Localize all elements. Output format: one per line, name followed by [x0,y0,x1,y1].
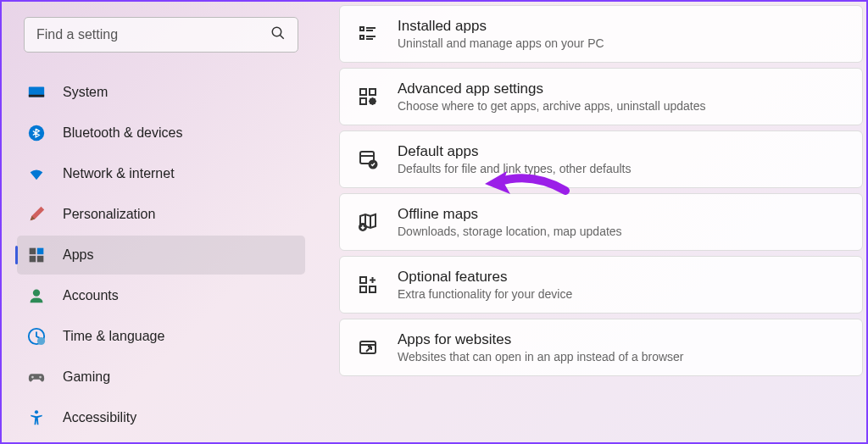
card-offline-maps[interactable]: Offline maps Downloads, storage location… [339,193,863,251]
svg-rect-32 [360,286,366,292]
nav-list: System Bluetooth & devices Network & int… [17,73,305,437]
sidebar-item-label: Personalization [63,207,155,222]
sidebar-item-apps[interactable]: Apps [17,236,305,275]
svg-rect-6 [37,248,44,255]
svg-rect-7 [30,256,36,263]
search-input[interactable] [36,27,270,42]
sidebar-item-accounts[interactable]: Accounts [17,276,305,315]
sidebar-item-system[interactable]: System [17,73,305,112]
card-desc: Uninstall and manage apps on your PC [398,36,604,50]
svg-rect-21 [360,89,366,95]
card-desc: Choose where to get apps, archive apps, … [398,99,705,113]
sidebar-item-label: System [63,85,108,100]
sidebar-item-gaming[interactable]: Gaming [17,358,305,397]
card-apps-for-websites[interactable]: Apps for websites Websites that can open… [339,319,863,376]
svg-rect-33 [370,286,376,292]
sidebar-item-personalization[interactable]: Personalization [17,195,305,234]
grid-plus-icon [357,274,379,296]
apps-icon [27,246,46,264]
card-desc: Websites that can open in an app instead… [398,350,684,364]
card-desc: Extra functionality for your device [398,287,572,301]
svg-point-0 [272,27,281,36]
card-installed-apps[interactable]: Installed apps Uninstall and manage apps… [339,5,863,63]
gamepad-icon [27,368,46,386]
accessibility-icon [27,408,46,427]
svg-point-12 [39,376,42,379]
svg-rect-5 [30,248,36,255]
svg-point-14 [35,410,38,413]
search-box[interactable] [24,17,298,53]
svg-rect-23 [360,98,366,104]
svg-rect-3 [29,95,44,97]
card-default-apps[interactable]: Default apps Defaults for file and link … [339,130,863,188]
card-optional-features[interactable]: Optional features Extra functionality fo… [339,256,863,314]
person-icon [27,286,46,305]
card-title: Offline maps [398,206,622,223]
sidebar-item-label: Apps [63,247,93,263]
card-desc: Downloads, storage location, map updates [398,225,622,238]
svg-point-13 [31,376,34,379]
svg-point-9 [33,290,40,297]
sidebar-item-label: Accounts [63,288,119,303]
svg-rect-31 [360,277,366,283]
svg-point-24 [370,99,376,104]
sidebar-item-time[interactable]: Time & language [17,317,305,356]
svg-rect-16 [360,36,364,39]
card-title: Optional features [398,269,572,286]
clock-globe-icon [27,327,46,346]
bluetooth-icon [27,124,46,142]
brush-icon [27,205,46,224]
card-title: Advanced app settings [398,80,705,97]
wifi-icon [27,164,46,183]
list-icon [357,23,379,45]
window-launch-icon [357,336,379,358]
svg-rect-15 [360,27,364,31]
sidebar-item-label: Accessibility [63,410,136,425]
card-title: Installed apps [398,18,604,35]
sidebar: System Bluetooth & devices Network & int… [17,2,322,442]
system-icon [27,83,46,102]
sidebar-item-label: Network & internet [63,166,175,181]
card-title: Apps for websites [398,331,684,348]
sidebar-item-label: Time & language [63,329,164,344]
svg-line-1 [280,35,284,39]
sidebar-item-bluetooth[interactable]: Bluetooth & devices [17,114,305,153]
search-icon [270,25,286,44]
main-content: Installed apps Uninstall and manage apps… [322,2,866,442]
sidebar-item-network[interactable]: Network & internet [17,154,305,193]
card-advanced-app-settings[interactable]: Advanced app settings Choose where to ge… [339,68,863,125]
svg-point-11 [37,337,45,345]
card-desc: Defaults for file and link types, other … [398,162,631,175]
card-title: Default apps [398,143,631,160]
sidebar-item-label: Bluetooth & devices [63,125,182,141]
svg-rect-8 [37,256,44,263]
map-download-icon [357,211,379,233]
svg-rect-22 [370,89,376,95]
sidebar-item-label: Gaming [63,369,110,385]
sidebar-item-accessibility[interactable]: Accessibility [17,398,305,437]
window-check-icon [357,148,379,170]
grid-gear-icon [357,86,379,108]
